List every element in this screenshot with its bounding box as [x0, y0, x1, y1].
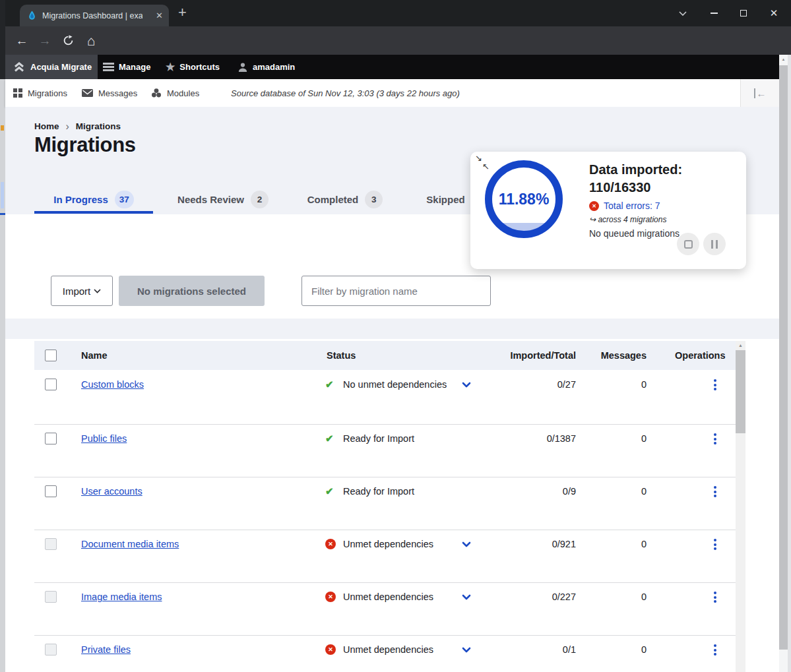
home-button[interactable]: ⌂ — [80, 26, 102, 55]
table-row: Image media items✕Unmet dependencies0/22… — [34, 582, 736, 635]
messages-count: 0 — [600, 592, 647, 602]
table-row: Document media items✕Unmet dependencies0… — [34, 530, 736, 582]
expand-chevron-icon[interactable] — [462, 594, 471, 600]
toolbar-item-user[interactable]: amadamin — [237, 55, 295, 79]
tab-label: Needs Review — [177, 194, 244, 205]
table-row: Public files✔Ready for Import0/13870 — [34, 424, 736, 477]
migration-name-link[interactable]: User accounts — [81, 486, 142, 497]
modules-icon — [151, 88, 162, 98]
imported-total-value: 0/921 — [490, 539, 576, 549]
hamburger-icon — [103, 63, 114, 71]
operations-menu-icon[interactable] — [712, 537, 718, 551]
tab-label: Completed — [307, 194, 359, 205]
import-progress-card: ↘ ↖ 11.88% Data imported: 110/16330 ✕ To… — [470, 152, 746, 269]
tab-needs-review[interactable]: Needs Review 2 — [168, 187, 278, 212]
total-errors-link[interactable]: ✕ Total errors: 7 — [589, 200, 660, 211]
filter-input[interactable] — [301, 276, 491, 306]
manage-label: Manage — [119, 62, 150, 72]
secondary-toolbar: Migrations Messages Modules Source datab… — [5, 79, 779, 107]
status-text: Unmet dependencies — [343, 644, 433, 655]
column-header-imported: Imported/Total — [490, 341, 576, 370]
migration-name-link[interactable]: Image media items — [81, 592, 162, 602]
tab-completed[interactable]: Completed 3 — [301, 187, 389, 212]
tab-close-icon[interactable]: ✕ — [156, 11, 163, 20]
window-minimize-button[interactable] — [701, 0, 727, 26]
toolbar-item-modules[interactable]: Modules — [151, 79, 199, 107]
toolbar-item-shortcuts[interactable]: ★ Shortcuts — [166, 55, 220, 79]
page-scrollbar[interactable]: ▲ — [779, 55, 788, 672]
row-checkbox[interactable] — [45, 379, 57, 390]
background-window-edge-left — [0, 0, 5, 672]
operations-menu-icon[interactable] — [712, 432, 718, 446]
column-header-operations: Operations — [675, 341, 726, 370]
tab-in-progress[interactable]: In Progress 37 — [34, 187, 153, 212]
new-tab-button[interactable]: + — [178, 3, 187, 22]
admin-toolbar: Acquia Migrate Manage ★ Shortcuts amadam… — [5, 55, 791, 79]
status-text: Ready for Import — [343, 486, 414, 497]
row-checkbox[interactable] — [45, 485, 57, 497]
import-dropdown-button[interactable]: Import — [51, 276, 113, 306]
row-checkbox — [45, 591, 57, 603]
resize-nw-icon[interactable]: ↖ — [482, 162, 490, 171]
scroll-up-icon[interactable]: ▲ — [779, 57, 788, 61]
toolbar-collapse-button[interactable]: ← — [740, 79, 779, 107]
messages-count: 0 — [600, 539, 647, 549]
toolbar-item-messages[interactable]: Messages — [82, 79, 137, 107]
envelope-icon — [82, 89, 93, 97]
imported-total-value: 0/9 — [490, 486, 576, 497]
messages-count: 0 — [600, 486, 647, 497]
resize-se-icon[interactable]: ↘ — [475, 153, 482, 163]
status-error-icon: ✕ — [325, 592, 336, 602]
row-divider — [34, 530, 736, 530]
row-checkbox[interactable] — [45, 433, 57, 444]
migration-name-link[interactable]: Private files — [81, 644, 131, 655]
grid-icon — [13, 88, 22, 98]
breadcrumb: Home › Migrations — [34, 121, 121, 131]
acquia-migrate-brand[interactable]: Acquia Migrate — [5, 55, 98, 79]
tab-label: In Progress — [53, 194, 108, 205]
tab-search-chevron-icon[interactable] — [670, 0, 696, 26]
select-all-checkbox[interactable] — [45, 350, 57, 361]
imported-total-value: 0/227 — [490, 592, 576, 602]
messages-count: 0 — [600, 433, 647, 444]
expand-chevron-icon[interactable] — [462, 541, 471, 547]
operations-menu-icon[interactable] — [712, 485, 718, 499]
toolbar-item-manage[interactable]: Manage — [103, 55, 150, 79]
toolbar-item-migrations[interactable]: Migrations — [13, 79, 67, 107]
table-scrollbar[interactable]: ▲ — [736, 341, 745, 672]
migration-name-link[interactable]: Public files — [81, 433, 127, 444]
error-icon: ✕ — [589, 201, 599, 211]
no-migrations-selected-button: No migrations selected — [119, 276, 265, 306]
active-tab-underline — [34, 211, 153, 214]
breadcrumb-home-link[interactable]: Home — [34, 121, 59, 131]
operations-menu-icon[interactable] — [712, 378, 718, 392]
stop-button[interactable] — [677, 233, 699, 255]
migrations-label: Migrations — [28, 88, 67, 98]
back-button[interactable]: ← — [11, 26, 33, 55]
forward-button[interactable]: → — [34, 26, 56, 55]
pause-button[interactable] — [703, 233, 726, 255]
window-close-button[interactable]: ✕ — [761, 0, 787, 26]
page-scrollbar-thumb[interactable] — [779, 65, 788, 650]
messages-count: 0 — [600, 379, 647, 390]
migration-name-link[interactable]: Document media items — [81, 539, 179, 549]
refresh-button[interactable] — [57, 26, 79, 55]
operations-menu-icon[interactable] — [712, 643, 718, 657]
brand-label: Acquia Migrate — [30, 62, 92, 72]
drupal-favicon-icon — [27, 11, 37, 21]
breadcrumb-separator-icon: › — [66, 122, 69, 131]
imported-total-value: 0/1387 — [490, 433, 576, 444]
browser-tab[interactable]: Migrations Dashboard | example ✕ — [20, 5, 169, 26]
window-maximize-button[interactable] — [730, 0, 757, 26]
migration-name-link[interactable]: Custom blocks — [81, 379, 144, 390]
scroll-up-icon[interactable]: ▲ — [736, 343, 745, 348]
row-checkbox — [45, 538, 57, 550]
data-imported-count: 110/16330 — [589, 180, 650, 195]
status-text: No unmet dependencies — [343, 379, 447, 390]
operations-menu-icon[interactable] — [712, 590, 718, 604]
expand-chevron-icon[interactable] — [462, 382, 471, 388]
tab-count-badge: 37 — [115, 191, 134, 208]
expand-chevron-icon[interactable] — [462, 647, 471, 653]
status-error-icon: ✕ — [325, 539, 336, 549]
table-scrollbar-thumb[interactable] — [736, 350, 745, 433]
